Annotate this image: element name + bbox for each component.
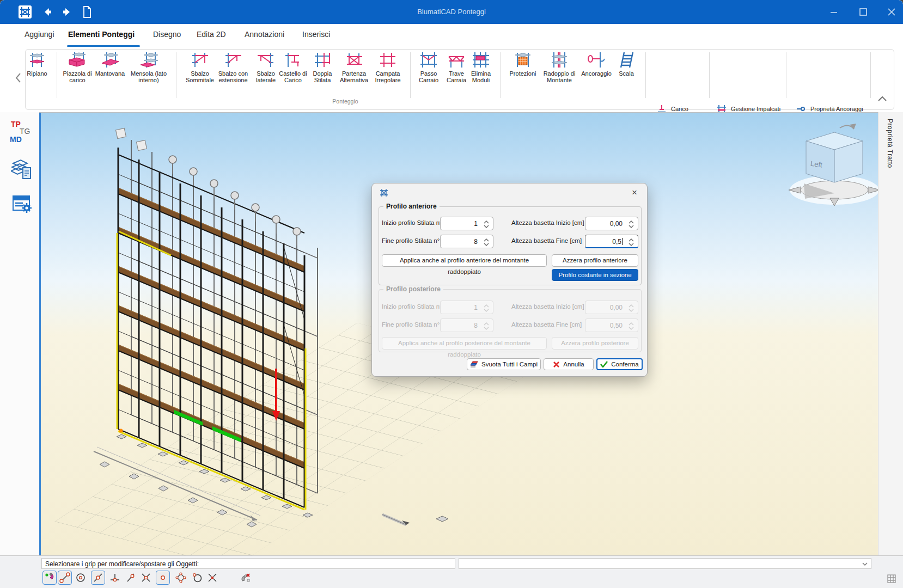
ribbon-item-castello-di-carico[interactable]: Castello di Carico bbox=[277, 51, 309, 83]
table-settings-icon[interactable] bbox=[11, 193, 33, 217]
snap-nearest-icon[interactable] bbox=[124, 571, 138, 585]
scaffold-icon bbox=[380, 188, 388, 198]
snap-midpoint-icon[interactable] bbox=[91, 571, 105, 585]
text-caret bbox=[622, 238, 623, 245]
fine-profilo-posteriore-label: Fine profilo Stilata n° bbox=[382, 321, 440, 328]
tab-inserisci[interactable]: Inserisci bbox=[302, 30, 330, 39]
eraser-icon bbox=[470, 361, 478, 368]
applica-posteriore-button: Applica anche al profilo posteriore del … bbox=[382, 337, 547, 350]
altezza-inizio-posteriore-input: 0,00 bbox=[585, 301, 638, 314]
nav-cube-label: Left bbox=[810, 160, 823, 169]
tab-disegno[interactable]: Disegno bbox=[153, 30, 181, 39]
spinner-arrows-icon[interactable] bbox=[628, 237, 634, 247]
ribbon-divider bbox=[176, 52, 176, 98]
ribbon-item-ancoraggio[interactable]: Ancoraggio bbox=[578, 51, 614, 77]
command-input[interactable] bbox=[459, 558, 871, 569]
snap-center-icon[interactable] bbox=[74, 571, 88, 585]
ribbon-item-elimina-moduli[interactable]: Elimina Moduli bbox=[466, 51, 496, 83]
ribbon-item-campata-irregolare[interactable]: Campata Irregolare bbox=[370, 51, 406, 83]
ribbon-item-ripiano[interactable]: Ripiano bbox=[21, 51, 53, 77]
ribbon-divider bbox=[410, 52, 411, 98]
ribbon-item-mantovana[interactable]: Mantovana bbox=[90, 51, 130, 77]
tab-aggiungi[interactable]: Aggiungi bbox=[25, 30, 54, 39]
inizio-profilo-posteriore-input: 1 bbox=[440, 301, 493, 314]
nav-cube[interactable]: Left bbox=[789, 124, 878, 206]
tab-annotazioni[interactable]: Annotazioni bbox=[245, 30, 284, 39]
command-prompt[interactable]: Selezionare i grip per modificare/sposta… bbox=[41, 558, 455, 569]
ribbon: Ripiano Piazzola di carico Mantovana Men… bbox=[0, 48, 903, 113]
active-tab-underline bbox=[67, 45, 140, 47]
snap-perpendicular-icon[interactable] bbox=[108, 571, 122, 585]
inizio-profilo-input[interactable]: 1 bbox=[440, 217, 493, 230]
altezza-inizio-input[interactable]: 0,00 bbox=[585, 217, 638, 230]
fine-profilo-posteriore-input: 8 bbox=[440, 318, 493, 332]
conferma-button[interactable]: Conferma bbox=[596, 358, 643, 370]
dialog-close-icon[interactable]: × bbox=[630, 188, 639, 198]
app-window: BlumatiCAD Ponteggi Aggiungi Elementi Po… bbox=[0, 0, 903, 588]
profilo-costante-button[interactable]: Profilo costante in sezione bbox=[552, 269, 638, 281]
tab-edita-2d[interactable]: Edita 2D bbox=[197, 30, 226, 39]
altezza-fine-input[interactable]: 0,5 bbox=[585, 235, 638, 248]
maximize-icon[interactable] bbox=[855, 4, 871, 20]
ribbon-divider bbox=[709, 52, 710, 98]
azzera-anteriore-button[interactable]: Azzera profilo anteriore bbox=[552, 254, 638, 267]
ribbon-divider bbox=[786, 52, 786, 98]
spinner-arrows-icon[interactable] bbox=[483, 237, 490, 247]
layer-state-tool[interactable]: TP TG MD bbox=[8, 120, 35, 150]
snap-apparent-intersection-icon[interactable] bbox=[205, 571, 219, 585]
group-legend: Profilo anteriore bbox=[383, 203, 440, 210]
ribbon-item-scala[interactable]: Scala bbox=[614, 51, 639, 77]
inizio-profilo-posteriore-label: Inizio profilo Stilata n° bbox=[382, 303, 442, 310]
close-icon[interactable] bbox=[883, 4, 900, 20]
spinner-arrows-icon bbox=[483, 303, 490, 313]
ribbon-divider bbox=[645, 52, 646, 98]
fine-profilo-input[interactable]: 8 bbox=[440, 235, 493, 248]
ribbon-item-protezioni[interactable]: Protezioni bbox=[505, 51, 540, 77]
snap-magnet-icon[interactable] bbox=[42, 571, 57, 585]
spinner-arrows-icon bbox=[483, 321, 490, 331]
altezza-fine-posteriore-label: Altezza basetta Fine [cm] bbox=[511, 321, 582, 328]
snap-node-icon[interactable] bbox=[156, 571, 170, 585]
right-panel-strip: Proprietà Tratto bbox=[878, 112, 903, 588]
altezza-fine-label: Altezza basetta Fine [cm] bbox=[511, 237, 582, 244]
layers-icon[interactable] bbox=[11, 157, 33, 183]
spinner-arrows-icon[interactable] bbox=[628, 219, 634, 229]
spinner-arrows-icon[interactable] bbox=[483, 219, 490, 229]
ribbon-item-radoppio-di-montante[interactable]: Radoppio di Montante bbox=[539, 51, 580, 83]
snap-off-icon[interactable] bbox=[239, 571, 253, 585]
window-title: BlumatiCAD Ponteggi bbox=[0, 8, 903, 16]
ribbon-divider bbox=[500, 52, 501, 98]
left-tool-strip: TP TG MD bbox=[0, 112, 39, 588]
altezza-fine-posteriore-input: 0,50 bbox=[585, 318, 638, 332]
ribbon-divider bbox=[57, 52, 57, 98]
ribbon-tab-bar: Aggiungi Elementi Ponteggi Disegno Edita… bbox=[0, 24, 903, 48]
ribbon-item-partenza-alternativa[interactable]: Partenza Alternativa bbox=[334, 51, 374, 83]
annulla-button[interactable]: Annulla bbox=[544, 358, 594, 370]
snap-intersection-icon[interactable] bbox=[139, 571, 153, 585]
ribbon-item-sbalzo-con-estensione[interactable]: Sbalzo con estensione bbox=[213, 51, 253, 83]
altezza-inizio-label: Altezza basetta Inizio [cm] bbox=[511, 219, 584, 226]
group-legend: Profilo posteriore bbox=[383, 285, 443, 293]
applica-anteriore-button[interactable]: Applica anche al profilo anteriore del m… bbox=[382, 254, 547, 267]
tab-elementi-ponteggi[interactable]: Elementi Ponteggi bbox=[68, 30, 135, 39]
ribbon-item-doppia-stilata[interactable]: Doppia Stilata bbox=[307, 51, 338, 83]
chevron-down-icon[interactable] bbox=[861, 560, 869, 568]
snap-quadrant-icon[interactable] bbox=[174, 571, 188, 585]
fine-profilo-label: Fine profilo Stilata n° bbox=[382, 237, 440, 244]
title-bar: BlumatiCAD Ponteggi bbox=[0, 0, 903, 24]
minimize-icon[interactable] bbox=[826, 4, 842, 20]
snap-tangent-icon[interactable] bbox=[190, 571, 204, 585]
red-x-icon bbox=[553, 361, 560, 368]
profilo-dialog: × Profilo anteriore Inizio profilo Stila… bbox=[371, 183, 648, 377]
green-check-icon bbox=[600, 361, 608, 367]
ribbon-item-passo-carraio[interactable]: Passo Carraio bbox=[413, 51, 444, 83]
grid-corner-icon[interactable] bbox=[887, 574, 896, 586]
spinner-arrows-icon bbox=[628, 303, 634, 313]
svuota-campi-button[interactable]: Svuota Tutti i Campi bbox=[467, 358, 541, 370]
altezza-inizio-posteriore-label: Altezza basetta Inizio [cm] bbox=[511, 303, 584, 310]
ribbon-group-label: Ponteggio bbox=[318, 98, 373, 105]
ribbon-item-mensola-lato-interno[interactable]: Mensola (lato interno) bbox=[127, 51, 170, 83]
right-panel-tab[interactable]: Proprietà Tratto bbox=[886, 119, 894, 168]
ribbon-collapse-icon[interactable] bbox=[876, 94, 889, 105]
snap-endpoint-icon[interactable] bbox=[58, 571, 72, 585]
